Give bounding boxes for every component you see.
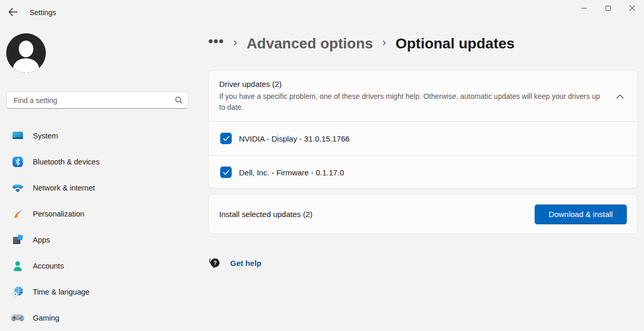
sidebar-item-network-internet[interactable]: Network & internet [3,177,195,198]
sidebar-item-label: Time & language [33,288,90,296]
update-row-dell[interactable]: Dell, Inc. - Firmware - 0.1.17.0 [209,156,637,189]
search-box [6,92,188,109]
sidebar-item-label: Gaming [33,314,59,322]
breadcrumb: ••• › Advanced options › Optional update… [208,34,514,53]
network-icon [11,181,24,195]
bluetooth-icon [11,155,24,169]
driver-updates-title: Driver updates (2) [219,80,627,88]
sidebar-item-label: Network & internet [33,184,95,192]
close-button[interactable] [620,0,644,18]
search-input[interactable] [7,96,169,105]
nvidia-checkbox[interactable] [220,133,232,144]
personalization-icon [11,207,24,221]
sidebar-item-label: Apps [33,236,50,244]
dell-checkbox[interactable] [220,167,232,178]
sidebar-item-bluetooth-devices[interactable]: Bluetooth & devices [3,151,195,172]
driver-updates-header: Driver updates (2) If you have a specifi… [209,71,637,121]
update-label: NVIDIA - Display - 31.0.15.1766 [239,134,350,143]
avatar[interactable] [6,33,46,73]
chevron-up-icon [616,92,624,101]
maximize-button[interactable] [596,0,620,18]
sidebar-item-gaming[interactable]: Gaming [3,307,195,328]
breadcrumb-advanced-options[interactable]: Advanced options [247,35,373,52]
apps-icon [11,233,24,247]
install-card: Install selected updates (2) Download & … [208,194,638,234]
get-help-link[interactable]: Get help [230,259,261,268]
sidebar-item-label: Accounts [33,262,64,270]
time-language-icon [11,285,24,299]
window-controls [572,0,644,18]
chevron-right-icon: › [382,37,386,50]
sidebar: System Bluetooth & devices Network & [0,25,198,331]
install-selected-label: Install selected updates (2) [219,210,535,219]
breadcrumb-overflow-button[interactable]: ••• [208,34,224,53]
sidebar-nav: System Bluetooth & devices Network & [3,125,195,328]
close-icon [629,4,636,14]
sidebar-item-system[interactable]: System [3,125,195,146]
sidebar-item-time-language[interactable]: Time & language [3,281,195,302]
accounts-icon [11,259,24,273]
svg-text:?: ? [213,260,217,266]
sidebar-item-personalization[interactable]: Personalization [3,203,195,224]
download-install-button[interactable]: Download & install [535,205,627,224]
get-help-row: ? Get help [208,256,261,270]
minimize-button[interactable] [572,0,596,18]
search-icon[interactable] [169,96,188,104]
sidebar-item-apps[interactable]: Apps [3,229,195,250]
back-arrow-icon [8,8,18,18]
sidebar-item-label: System [33,132,58,140]
maximize-icon [605,4,611,14]
update-label: Dell, Inc. - Firmware - 0.1.17.0 [239,168,344,177]
sidebar-item-label: Personalization [33,210,84,218]
driver-updates-description: If you have a specific problem, one of t… [219,91,602,113]
chevron-right-icon: › [233,37,237,50]
page-title: Optional updates [396,35,515,52]
titlebar: Settings [0,0,644,25]
system-icon [11,129,24,143]
help-icon: ? [208,256,222,270]
gaming-icon [11,311,24,325]
driver-updates-card: Driver updates (2) If you have a specifi… [208,70,638,188]
collapse-button[interactable] [612,88,628,104]
window-title: Settings [30,8,56,17]
sidebar-item-accounts[interactable]: Accounts [3,255,195,276]
sidebar-item-label: Bluetooth & devices [33,158,99,166]
back-button[interactable] [4,5,22,21]
update-row-nvidia[interactable]: NVIDIA - Display - 31.0.15.1766 [209,122,637,155]
minimize-icon [581,4,587,14]
